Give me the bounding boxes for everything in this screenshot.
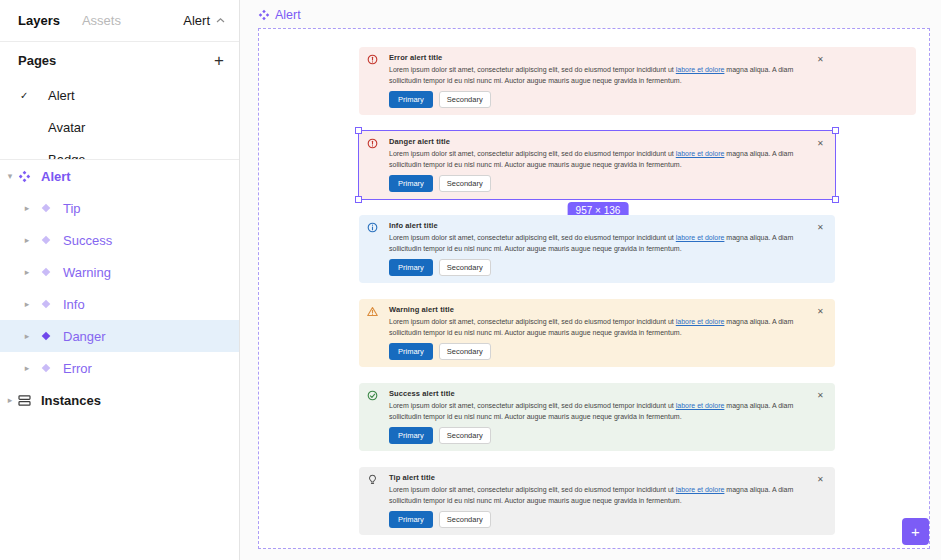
primary-button[interactable]: Primary bbox=[389, 427, 433, 444]
chevron-right-icon[interactable]: ▸ bbox=[21, 364, 33, 373]
secondary-button[interactable]: Secondary bbox=[439, 259, 491, 276]
secondary-button[interactable]: Secondary bbox=[439, 175, 491, 192]
chevron-right-icon[interactable]: ▸ bbox=[21, 268, 33, 277]
alert-title: Danger alert title bbox=[389, 137, 835, 146]
component-set-icon bbox=[258, 9, 270, 21]
alert-body: Lorem ipsum dolor sit amet, consectetur … bbox=[389, 317, 813, 338]
layer-variant-error[interactable]: ▸ Error bbox=[0, 352, 239, 384]
frame-title[interactable]: Alert bbox=[258, 8, 301, 22]
layer-label: Alert bbox=[41, 169, 71, 184]
layer-label: Danger bbox=[63, 329, 106, 344]
close-icon[interactable]: ✕ bbox=[817, 223, 824, 232]
add-page-button[interactable]: + bbox=[214, 52, 224, 69]
secondary-button[interactable]: Secondary bbox=[439, 343, 491, 360]
alert-danger[interactable]: Danger alert title Lorem ipsum dolor sit… bbox=[359, 131, 835, 199]
secondary-button[interactable]: Secondary bbox=[439, 91, 491, 108]
alert-link[interactable]: labore et dolore bbox=[676, 402, 725, 409]
page-picker-label: Alert bbox=[183, 13, 210, 28]
alert-warning[interactable]: Warning alert title Lorem ipsum dolor si… bbox=[359, 299, 835, 367]
error-circle-icon bbox=[367, 54, 378, 65]
page-label: Badge bbox=[48, 152, 86, 161]
danger-circle-icon bbox=[367, 138, 378, 149]
page-item-badge[interactable]: Badge bbox=[0, 143, 239, 160]
alert-body: Lorem ipsum dolor sit amet, consectetur … bbox=[389, 149, 813, 170]
secondary-button[interactable]: Secondary bbox=[439, 511, 491, 528]
layers-tree: ▾ Alert ▸ Tip ▸ bbox=[0, 160, 239, 416]
variant-diamond-icon bbox=[41, 331, 51, 341]
tab-layers[interactable]: Layers bbox=[18, 13, 60, 28]
alert-title: Success alert title bbox=[389, 389, 835, 398]
page-item-alert[interactable]: ✓ Alert bbox=[0, 79, 239, 111]
layer-label: Success bbox=[63, 233, 112, 248]
layer-component-set-alert[interactable]: ▾ Alert bbox=[0, 160, 239, 192]
primary-button[interactable]: Primary bbox=[389, 343, 433, 360]
design-canvas[interactable]: Alert Error alert title Lorem ipsum dolo… bbox=[240, 0, 941, 560]
layer-label: Error bbox=[63, 361, 92, 376]
primary-button[interactable]: Primary bbox=[389, 91, 433, 108]
alert-tip[interactable]: Tip alert title Lorem ipsum dolor sit am… bbox=[359, 467, 835, 535]
close-icon[interactable]: ✕ bbox=[817, 475, 824, 484]
alert-body: Lorem ipsum dolor sit amet, consectetur … bbox=[389, 401, 813, 422]
alert-info[interactable]: Info alert title Lorem ipsum dolor sit a… bbox=[359, 215, 835, 283]
checkmark-icon: ✓ bbox=[20, 90, 32, 101]
alert-error[interactable]: Error alert title Lorem ipsum dolor sit … bbox=[359, 47, 916, 115]
alert-link[interactable]: labore et dolore bbox=[676, 66, 725, 73]
variant-diamond-icon bbox=[41, 267, 51, 277]
layer-label: Tip bbox=[63, 201, 81, 216]
layer-label: Instances bbox=[41, 393, 101, 408]
variant-diamond-icon bbox=[41, 299, 51, 309]
layer-label: Warning bbox=[63, 265, 111, 280]
success-circle-icon bbox=[367, 390, 378, 401]
primary-button[interactable]: Primary bbox=[389, 259, 433, 276]
layer-group-instances[interactable]: ▸ Instances bbox=[0, 384, 239, 416]
alert-success[interactable]: Success alert title Lorem ipsum dolor si… bbox=[359, 383, 835, 451]
layer-variant-success[interactable]: ▸ Success bbox=[0, 224, 239, 256]
layer-label: Info bbox=[63, 297, 85, 312]
layer-variant-warning[interactable]: ▸ Warning bbox=[0, 256, 239, 288]
alert-body: Lorem ipsum dolor sit amet, consectetur … bbox=[389, 485, 813, 506]
component-set-frame[interactable]: Error alert title Lorem ipsum dolor sit … bbox=[258, 28, 930, 549]
chevron-up-icon bbox=[216, 17, 225, 24]
layer-variant-tip[interactable]: ▸ Tip bbox=[0, 192, 239, 224]
tab-assets[interactable]: Assets bbox=[82, 13, 121, 28]
layer-variant-danger[interactable]: ▸ Danger bbox=[0, 320, 239, 352]
frame-title-label: Alert bbox=[275, 8, 301, 22]
page-picker-dropdown[interactable]: Alert bbox=[183, 13, 225, 28]
page-label: Avatar bbox=[48, 120, 85, 135]
pages-title: Pages bbox=[18, 53, 56, 68]
tip-bulb-icon bbox=[367, 474, 378, 485]
pages-section: Pages + ✓ Alert Avatar Badge bbox=[0, 42, 239, 160]
chevron-right-icon[interactable]: ▸ bbox=[21, 332, 33, 341]
page-label: Alert bbox=[48, 88, 75, 103]
alert-title: Error alert title bbox=[389, 53, 916, 62]
primary-button[interactable]: Primary bbox=[389, 175, 433, 192]
alert-link[interactable]: labore et dolore bbox=[676, 150, 725, 157]
left-panel: Layers Assets Alert Pages + ✓ Alert Ava bbox=[0, 0, 240, 560]
chevron-right-icon[interactable]: ▸ bbox=[21, 236, 33, 245]
alert-body: Lorem ipsum dolor sit amet, consectetur … bbox=[389, 233, 813, 254]
alert-title: Tip alert title bbox=[389, 473, 835, 482]
variant-diamond-icon bbox=[41, 363, 51, 373]
figma-app: Layers Assets Alert Pages + ✓ Alert Ava bbox=[0, 0, 941, 560]
close-icon[interactable]: ✕ bbox=[817, 391, 824, 400]
close-icon[interactable]: ✕ bbox=[817, 139, 824, 148]
chevron-right-icon[interactable]: ▸ bbox=[21, 300, 33, 309]
chevron-right-icon[interactable]: ▸ bbox=[21, 204, 33, 213]
close-icon[interactable]: ✕ bbox=[817, 307, 824, 316]
component-set-icon bbox=[18, 170, 31, 183]
close-icon[interactable]: ✕ bbox=[817, 55, 824, 64]
warning-triangle-icon bbox=[367, 306, 378, 317]
alert-title: Info alert title bbox=[389, 221, 835, 230]
alert-link[interactable]: labore et dolore bbox=[676, 234, 725, 241]
chevron-down-icon[interactable]: ▾ bbox=[4, 172, 16, 181]
primary-button[interactable]: Primary bbox=[389, 511, 433, 528]
alert-link[interactable]: labore et dolore bbox=[676, 318, 725, 325]
page-item-avatar[interactable]: Avatar bbox=[0, 111, 239, 143]
secondary-button[interactable]: Secondary bbox=[439, 427, 491, 444]
chevron-right-icon[interactable]: ▸ bbox=[4, 396, 16, 405]
add-button[interactable]: + bbox=[902, 518, 929, 545]
layer-variant-info[interactable]: ▸ Info bbox=[0, 288, 239, 320]
alert-link[interactable]: labore et dolore bbox=[676, 486, 725, 493]
variant-diamond-icon bbox=[41, 235, 51, 245]
variant-diamond-icon bbox=[41, 203, 51, 213]
